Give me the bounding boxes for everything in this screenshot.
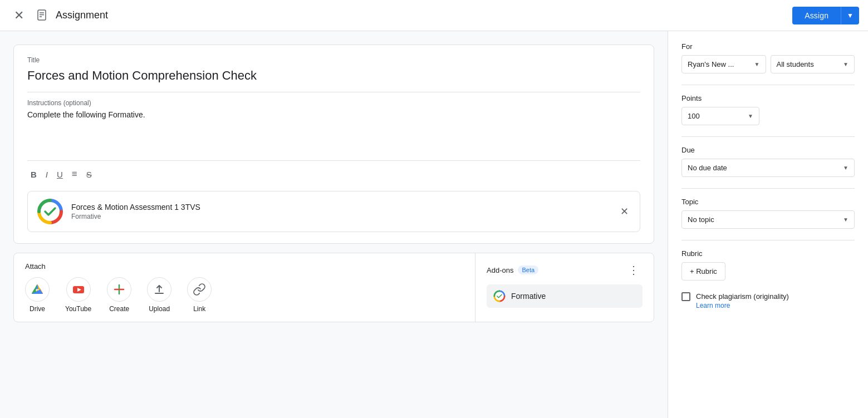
rubric-label: Rubric — [681, 249, 855, 258]
due-dropdown[interactable]: No due date ▼ — [681, 159, 855, 177]
divider-3 — [681, 188, 855, 189]
link-label: Link — [193, 305, 205, 313]
top-header: ✕ Assignment Assign ▼ — [0, 0, 868, 31]
link-icon-circle — [187, 277, 212, 302]
assign-main-button[interactable]: Assign — [792, 7, 841, 24]
addons-more-button[interactable]: ⋮ — [625, 262, 643, 278]
topic-label: Topic — [681, 198, 855, 206]
youtube-icon — [72, 283, 85, 296]
students-dropdown[interactable]: All students ▼ — [771, 55, 855, 73]
instructions-section: Instructions (optional) Complete the fol… — [27, 99, 640, 155]
due-label: Due — [681, 146, 855, 154]
formative-addon-item[interactable]: Formative — [487, 284, 643, 308]
title-input[interactable] — [27, 66, 640, 85]
assign-arrow-icon: ▼ — [847, 12, 854, 19]
formative-addon-label: Formative — [511, 292, 546, 301]
learn-more-link[interactable]: Learn more — [696, 302, 789, 309]
close-button[interactable]: ✕ — [9, 6, 29, 26]
divider-1 — [681, 85, 855, 85]
divider-2 — [681, 136, 855, 137]
list-button[interactable]: ≡ — [68, 166, 81, 182]
create-label: Create — [109, 305, 129, 313]
class-value: Ryan's New ... — [688, 60, 734, 68]
formative-addon-icon — [493, 290, 506, 302]
due-section: Due No due date ▼ — [681, 146, 855, 177]
bottom-row: Attach — [13, 253, 654, 322]
strikethrough-button[interactable]: S — [83, 168, 95, 181]
upload-label: Upload — [149, 305, 170, 313]
youtube-icon-circle — [66, 277, 91, 302]
for-label: For — [681, 42, 855, 51]
upload-icon-circle — [147, 277, 171, 302]
add-rubric-button[interactable]: + Rubric — [681, 262, 725, 281]
upload-icon — [153, 283, 166, 296]
topic-chevron-icon: ▼ — [843, 217, 849, 223]
header-left: ✕ Assignment — [9, 6, 108, 26]
instructions-input[interactable]: Complete the following Formative. — [27, 110, 640, 155]
addons-title-row: Add-ons Beta — [487, 265, 538, 274]
italic-button[interactable]: I — [42, 168, 51, 181]
class-chevron-icon: ▼ — [754, 61, 760, 67]
main-layout: Title Instructions (optional) Complete t… — [0, 31, 868, 418]
attach-panel: Attach — [14, 253, 475, 322]
plagiarism-label: Check plagiarism (originality) — [696, 292, 789, 301]
students-value: All students — [777, 60, 814, 68]
addons-panel: Add-ons Beta ⋮ Formative — [475, 253, 654, 322]
formative-logo-icon — [37, 198, 63, 225]
students-chevron-icon: ▼ — [843, 61, 849, 67]
attached-info: Forces & Motion Assessment 1 3TVS Format… — [71, 203, 610, 220]
assign-dropdown-button[interactable]: ▼ — [841, 7, 859, 24]
attach-link-button[interactable]: Link — [187, 277, 212, 313]
bold-button[interactable]: B — [27, 168, 40, 181]
drive-icon — [31, 283, 44, 296]
create-icon-circle — [107, 277, 131, 302]
drive-icon-circle — [25, 277, 50, 302]
left-panel: Title Instructions (optional) Complete t… — [0, 31, 668, 418]
addons-header: Add-ons Beta ⋮ — [487, 262, 643, 278]
divider-4 — [681, 240, 855, 240]
plagiarism-row: Check plagiarism (originality) Learn mor… — [681, 292, 855, 309]
class-dropdown[interactable]: Ryan's New ... ▼ — [681, 55, 766, 73]
rubric-section: Rubric + Rubric — [681, 249, 855, 281]
attach-label: Attach — [25, 262, 464, 271]
for-section: For Ryan's New ... ▼ All students ▼ — [681, 42, 855, 73]
attach-drive-button[interactable]: Drive — [25, 277, 50, 313]
drive-label: Drive — [30, 305, 45, 313]
create-icon — [112, 283, 126, 296]
attach-create-button[interactable]: Create — [107, 277, 131, 313]
points-value: 100 — [688, 112, 700, 120]
instructions-label: Instructions (optional) — [27, 99, 640, 107]
format-toolbar: B I U ≡ S — [27, 160, 640, 182]
link-icon — [193, 283, 206, 296]
attach-youtube-button[interactable]: YouTube — [65, 277, 91, 313]
topic-value: No topic — [688, 215, 714, 224]
youtube-label: YouTube — [65, 305, 91, 313]
assignment-doc-icon — [36, 9, 49, 22]
for-select-row: Ryan's New ... ▼ All students ▼ — [681, 55, 855, 73]
title-label: Title — [27, 56, 640, 64]
attach-icons: Drive YouTube — [25, 277, 464, 313]
beta-badge: Beta — [518, 265, 538, 274]
title-divider — [27, 92, 640, 92]
assign-button-group: Assign ▼ — [792, 7, 859, 24]
plagiarism-checkbox[interactable] — [681, 292, 690, 301]
attached-title: Forces & Motion Assessment 1 3TVS — [71, 203, 610, 212]
points-section: Points 100 ▼ — [681, 94, 855, 125]
addons-label: Add-ons — [487, 266, 513, 274]
due-chevron-icon: ▼ — [843, 165, 849, 171]
remove-attached-button[interactable]: ✕ — [618, 203, 631, 220]
due-value: No due date — [688, 164, 727, 172]
topic-section: Topic No topic ▼ — [681, 198, 855, 229]
title-instructions-card: Title Instructions (optional) Complete t… — [13, 45, 654, 244]
attached-subtitle: Formative — [71, 213, 610, 220]
attached-formative-item: Forces & Motion Assessment 1 3TVS Format… — [27, 191, 640, 232]
points-dropdown[interactable]: 100 ▼ — [681, 107, 759, 125]
page-title: Assignment — [56, 9, 108, 21]
underline-button[interactable]: U — [53, 168, 66, 181]
topic-dropdown[interactable]: No topic ▼ — [681, 210, 855, 229]
plagiarism-info: Check plagiarism (originality) Learn mor… — [696, 292, 789, 309]
right-panel: For Ryan's New ... ▼ All students ▼ Poin… — [668, 31, 868, 418]
points-chevron-icon: ▼ — [748, 113, 753, 119]
attach-upload-button[interactable]: Upload — [147, 277, 171, 313]
points-label: Points — [681, 94, 855, 102]
